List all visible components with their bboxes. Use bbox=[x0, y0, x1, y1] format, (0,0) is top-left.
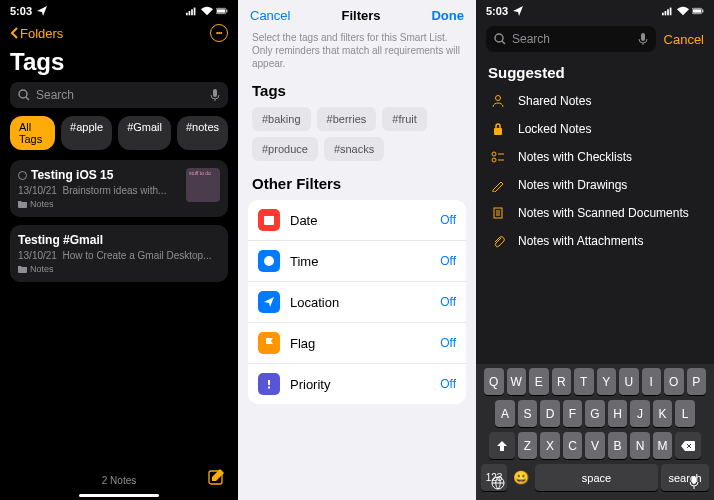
item-label: Shared Notes bbox=[518, 94, 591, 108]
key-x[interactable]: X bbox=[540, 432, 560, 459]
suggested-drawings[interactable]: Notes with Drawings bbox=[476, 171, 714, 199]
search-field[interactable]: Search bbox=[10, 82, 228, 108]
filter-tag-chip[interactable]: #fruit bbox=[382, 107, 426, 131]
filter-tag-chip[interactable]: #snacks bbox=[324, 137, 384, 161]
mic-icon[interactable] bbox=[210, 88, 220, 102]
done-button[interactable]: Done bbox=[431, 8, 464, 23]
mic-icon[interactable] bbox=[638, 32, 648, 46]
key-b[interactable]: B bbox=[608, 432, 628, 459]
checklist-icon bbox=[490, 150, 506, 164]
suggested-scanned[interactable]: Notes with Scanned Documents bbox=[476, 199, 714, 227]
search-placeholder: Search bbox=[36, 88, 204, 102]
key-i[interactable]: I bbox=[642, 368, 662, 395]
key-o[interactable]: O bbox=[664, 368, 684, 395]
item-label: Notes with Drawings bbox=[518, 178, 627, 192]
key-p[interactable]: P bbox=[687, 368, 707, 395]
note-title: Testing #Gmail bbox=[18, 233, 103, 247]
cancel-button[interactable]: Cancel bbox=[664, 32, 704, 47]
svg-point-22 bbox=[495, 34, 503, 42]
note-card[interactable]: Testing #Gmail 13/10/21 How to Create a … bbox=[10, 225, 228, 282]
svg-rect-8 bbox=[213, 89, 217, 97]
key-c[interactable]: C bbox=[563, 432, 583, 459]
dictation-key[interactable] bbox=[688, 475, 700, 495]
folder-icon bbox=[18, 265, 27, 273]
key-t[interactable]: T bbox=[574, 368, 594, 395]
globe-key[interactable] bbox=[490, 475, 506, 495]
item-label: Notes with Attachments bbox=[518, 234, 643, 248]
tag-chip[interactable]: #Gmail bbox=[118, 116, 171, 150]
key-m[interactable]: M bbox=[653, 432, 673, 459]
filter-tag-chip[interactable]: #baking bbox=[252, 107, 311, 131]
filter-label: Time bbox=[290, 254, 440, 269]
suggested-locked-notes[interactable]: Locked Notes bbox=[476, 115, 714, 143]
emoji-key[interactable]: 😀 bbox=[510, 470, 532, 485]
item-label: Notes with Scanned Documents bbox=[518, 206, 689, 220]
svg-point-24 bbox=[496, 96, 501, 101]
key-f[interactable]: F bbox=[563, 400, 583, 427]
compose-button[interactable] bbox=[208, 468, 226, 490]
tag-chip-all[interactable]: All Tags bbox=[10, 116, 55, 150]
tag-chip[interactable]: #notes bbox=[177, 116, 228, 150]
svg-rect-23 bbox=[641, 33, 645, 41]
more-menu-button[interactable] bbox=[210, 24, 228, 42]
key-w[interactable]: W bbox=[507, 368, 527, 395]
keyboard: QWERTYUIOP ASDFGHJKL ZXCVBNM 123 😀 space… bbox=[476, 364, 714, 500]
filter-row-flag[interactable]: Flag Off bbox=[248, 323, 466, 364]
space-key[interactable]: space bbox=[535, 464, 658, 491]
key-r[interactable]: R bbox=[552, 368, 572, 395]
filter-tag-chip[interactable]: #produce bbox=[252, 137, 318, 161]
key-v[interactable]: V bbox=[585, 432, 605, 459]
svg-rect-15 bbox=[662, 13, 664, 16]
key-h[interactable]: H bbox=[608, 400, 628, 427]
suggested-shared-notes[interactable]: Shared Notes bbox=[476, 87, 714, 115]
svg-rect-20 bbox=[693, 9, 701, 12]
cancel-button[interactable]: Cancel bbox=[250, 8, 290, 23]
sheet-title: Filters bbox=[341, 8, 380, 23]
key-u[interactable]: U bbox=[619, 368, 639, 395]
delete-key[interactable] bbox=[675, 432, 701, 459]
key-a[interactable]: A bbox=[495, 400, 515, 427]
key-j[interactable]: J bbox=[630, 400, 650, 427]
note-card[interactable]: Testing iOS 15 13/10/21 Brainstorm ideas… bbox=[10, 160, 228, 217]
key-y[interactable]: Y bbox=[597, 368, 617, 395]
attachment-icon bbox=[490, 234, 506, 248]
filter-tag-chip[interactable]: #berries bbox=[317, 107, 377, 131]
key-k[interactable]: K bbox=[653, 400, 673, 427]
status-time: 5:03 bbox=[486, 5, 508, 17]
search-field[interactable]: Search bbox=[486, 26, 656, 52]
filter-row-priority[interactable]: Priority Off bbox=[248, 364, 466, 404]
shift-key[interactable] bbox=[489, 432, 515, 459]
search-placeholder: Search bbox=[512, 32, 632, 46]
key-z[interactable]: Z bbox=[518, 432, 538, 459]
home-indicator[interactable] bbox=[79, 494, 159, 497]
filter-row-location[interactable]: Location Off bbox=[248, 282, 466, 323]
svg-point-12 bbox=[264, 256, 274, 266]
wifi-icon bbox=[201, 6, 213, 16]
page-title: Tags bbox=[0, 46, 238, 82]
key-e[interactable]: E bbox=[529, 368, 549, 395]
priority-icon bbox=[258, 373, 280, 395]
filter-row-date[interactable]: Date Off bbox=[248, 200, 466, 241]
tag-chip[interactable]: #apple bbox=[61, 116, 112, 150]
key-d[interactable]: D bbox=[540, 400, 560, 427]
svg-rect-3 bbox=[194, 8, 196, 16]
key-s[interactable]: S bbox=[518, 400, 538, 427]
shared-icon bbox=[490, 94, 506, 108]
key-g[interactable]: G bbox=[585, 400, 605, 427]
back-button[interactable]: Folders bbox=[10, 26, 63, 41]
location-arrow-icon bbox=[36, 6, 48, 16]
search-key[interactable]: search bbox=[661, 464, 709, 491]
back-label: Folders bbox=[20, 26, 63, 41]
filter-row-time[interactable]: Time Off bbox=[248, 241, 466, 282]
filter-label: Priority bbox=[290, 377, 440, 392]
key-l[interactable]: L bbox=[675, 400, 695, 427]
note-thumbnail: stuff to do bbox=[186, 168, 220, 202]
status-bar: 5:03 bbox=[476, 0, 714, 20]
flag-icon bbox=[258, 332, 280, 354]
status-time: 5:03 bbox=[10, 5, 32, 17]
filter-value: Off bbox=[440, 377, 456, 391]
key-q[interactable]: Q bbox=[484, 368, 504, 395]
suggested-checklists[interactable]: Notes with Checklists bbox=[476, 143, 714, 171]
suggested-attachments[interactable]: Notes with Attachments bbox=[476, 227, 714, 255]
key-n[interactable]: N bbox=[630, 432, 650, 459]
